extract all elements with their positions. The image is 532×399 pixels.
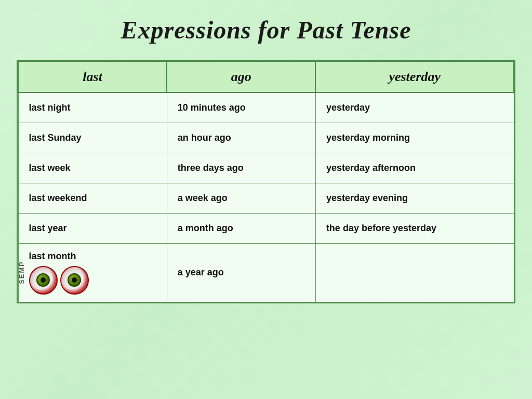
cell-r0-c0: last night [18,92,167,123]
table-row: last weekenda week agoyesterday evening [18,183,514,213]
table-row: last night10 minutes agoyesterday [18,92,514,123]
table-row: last Sundayan hour agoyesterday morning [18,123,514,153]
eye-right-icon [60,266,89,295]
cell-r2-c0: last week [18,153,167,183]
cell-r1-c0: last Sunday [18,123,167,153]
cell-r0-c2: yesterday [315,92,514,123]
cell-r1-c1: an hour ago [167,123,315,153]
header-ago: ago [167,61,315,92]
main-table-container: last ago yesterday last night10 minutes … [17,60,515,303]
cell-r5-c0: last monthSEMP [18,243,167,302]
cell-r2-c1: three days ago [167,153,315,183]
semp-watermark: SEMP [18,261,25,284]
cell-r3-c2: yesterday evening [315,183,514,213]
table-header-row: last ago yesterday [18,61,514,92]
cell-r2-c2: yesterday afternoon [315,153,514,183]
page-title: Expressions for Past Tense [121,16,411,44]
table-row: last monthSEMPa year ago [18,243,514,302]
header-yesterday: yesterday [315,61,514,92]
cell-r3-c1: a week ago [167,183,315,213]
cell-r4-c1: a month ago [167,213,315,243]
header-last: last [18,61,167,92]
eye-left-icon [29,266,58,295]
cell-r4-c0: last year [18,213,167,243]
cell-r4-c2: the day before yesterday [315,213,514,243]
expressions-table: last ago yesterday last night10 minutes … [18,61,514,302]
table-row: last yeara month agothe day before yeste… [18,213,514,243]
table-row: last weekthree days agoyesterday afterno… [18,153,514,183]
eyes-decoration [29,266,156,295]
cell-r5-c1: a year ago [167,243,315,302]
cell-r5-c2 [315,243,514,302]
cell-r3-c0: last weekend [18,183,167,213]
cell-r1-c2: yesterday morning [315,123,514,153]
cell-r0-c1: 10 minutes ago [167,92,315,123]
